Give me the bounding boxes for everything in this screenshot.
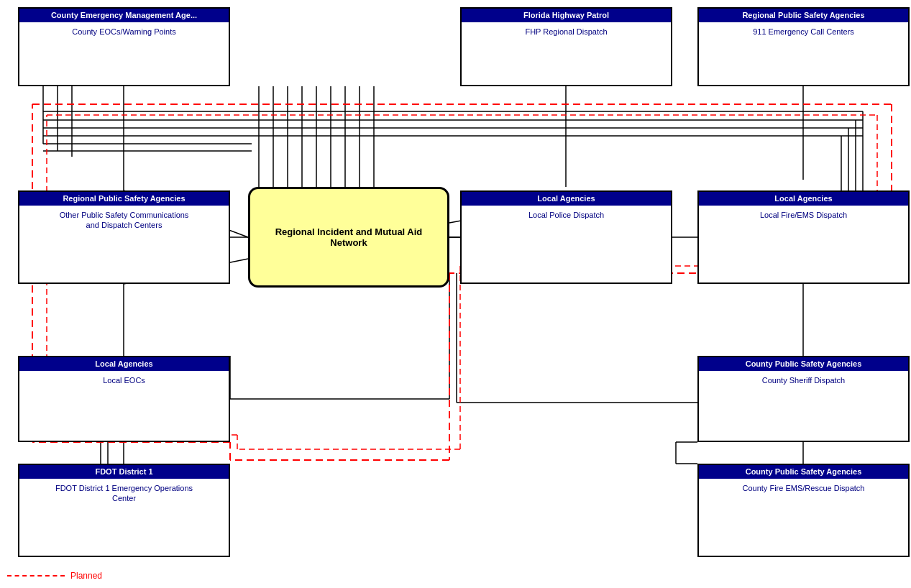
local-eoc-header: Local Agencies [19,357,229,371]
local-fire-node: Local Agencies Local Fire/EMS Dispatch [697,190,910,284]
local-police-body: Local Police Dispatch [462,206,671,242]
local-eoc-node: Local Agencies Local EOCs [18,356,230,442]
county-sheriff-node: County Public Safety Agencies County She… [697,356,910,442]
other-psc-body: Other Public Safety Communications and D… [19,206,229,242]
local-police-header: Local Agencies [462,192,671,206]
fhp-body: FHP Regional Dispatch [462,22,671,58]
county-eoc-body: County EOCs/Warning Points [19,22,229,58]
fdot-node: FDOT District 1 FDOT District 1 Emergenc… [18,464,230,557]
county-fire-node: County Public Safety Agencies County Fir… [697,464,910,557]
local-fire-header: Local Agencies [699,192,908,206]
fhp-header: Florida Highway Patrol [462,9,671,22]
legend-line [7,575,65,576]
legend: Planned [7,571,102,581]
county-fire-header: County Public Safety Agencies [699,465,908,479]
center-network-label: Regional Incident and Mutual Aid Network [275,226,423,248]
fdot-body: FDOT District 1 Emergency Operations Cen… [19,479,229,515]
regional-911-body: 911 Emergency Call Centers [699,22,908,58]
county-sheriff-header: County Public Safety Agencies [699,357,908,371]
regional-911-node: Regional Public Safety Agencies 911 Emer… [697,7,910,86]
local-eoc-body: Local EOCs [19,371,229,407]
other-psc-node: Regional Public Safety Agencies Other Pu… [18,190,230,284]
county-eoc-node: County Emergency Management Age... Count… [18,7,230,86]
local-police-node: Local Agencies Local Police Dispatch [460,190,672,284]
county-sheriff-body: County Sheriff Dispatch [699,371,908,407]
legend-label: Planned [70,571,102,581]
fhp-node: Florida Highway Patrol FHP Regional Disp… [460,7,672,86]
county-fire-body: County Fire EMS/Rescue Dispatch [699,479,908,515]
other-psc-header: Regional Public Safety Agencies [19,192,229,206]
regional-911-header: Regional Public Safety Agencies [699,9,908,22]
center-network-node: Regional Incident and Mutual Aid Network [248,187,449,288]
fdot-header: FDOT District 1 [19,465,229,479]
local-fire-body: Local Fire/EMS Dispatch [699,206,908,242]
county-eoc-header: County Emergency Management Age... [19,9,229,22]
